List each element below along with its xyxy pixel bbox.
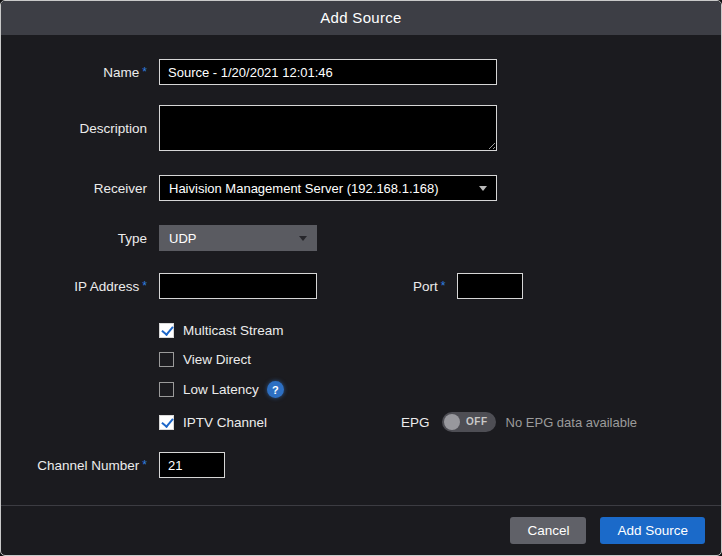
receiver-row: Receiver Haivision Management Server (19…: [1, 175, 721, 201]
channel-number-label: Channel Number*: [1, 458, 159, 473]
iptv-channel-label: IPTV Channel: [183, 415, 267, 430]
port-label: Port*: [413, 279, 457, 294]
low-latency-label: Low Latency: [183, 382, 259, 397]
receiver-label: Receiver: [1, 181, 159, 196]
dialog-title: Add Source: [1, 1, 721, 35]
help-icon[interactable]: ?: [267, 381, 284, 398]
add-source-form: Name* Description Receiver Haivision Man…: [1, 35, 721, 505]
required-asterisk: *: [441, 279, 446, 293]
required-asterisk: *: [142, 458, 147, 472]
ip-port-row: IP Address* Port*: [1, 273, 721, 299]
description-label: Description: [1, 121, 159, 136]
name-label: Name*: [1, 65, 159, 80]
toggle-knob-icon: [444, 414, 460, 430]
epg-status-text: No EPG data available: [506, 415, 638, 430]
required-asterisk: *: [142, 279, 147, 293]
required-asterisk: *: [142, 65, 147, 79]
view-direct-row: View Direct: [1, 352, 721, 367]
port-input[interactable]: [457, 273, 523, 299]
iptv-channel-checkbox[interactable]: [159, 415, 174, 430]
multicast-stream-row: Multicast Stream: [1, 323, 721, 338]
multicast-stream-label: Multicast Stream: [183, 323, 284, 338]
cancel-button[interactable]: Cancel: [510, 517, 586, 544]
chevron-down-icon: [479, 186, 487, 191]
channel-number-row: Channel Number*: [1, 452, 721, 478]
name-input[interactable]: [159, 59, 497, 85]
receiver-select[interactable]: Haivision Management Server (192.168.1.1…: [159, 175, 497, 201]
view-direct-label: View Direct: [183, 352, 251, 367]
name-row: Name*: [1, 59, 721, 85]
iptv-channel-row: IPTV Channel EPG OFF No EPG data availab…: [1, 412, 721, 432]
low-latency-checkbox[interactable]: [159, 382, 174, 397]
dialog-footer: Cancel Add Source: [1, 505, 721, 555]
receiver-selected-value: Haivision Management Server (192.168.1.1…: [169, 181, 439, 196]
view-direct-checkbox[interactable]: [159, 352, 174, 367]
description-textarea[interactable]: [159, 105, 497, 151]
multicast-stream-checkbox[interactable]: [159, 323, 174, 338]
type-row: Type UDP: [1, 225, 721, 251]
ip-address-label: IP Address*: [1, 279, 159, 294]
epg-label: EPG: [401, 415, 430, 430]
epg-toggle[interactable]: OFF: [442, 412, 496, 432]
type-selected-value: UDP: [169, 231, 196, 246]
add-source-button[interactable]: Add Source: [600, 517, 705, 544]
type-label: Type: [1, 231, 159, 246]
add-source-dialog: Add Source Name* Description Receiver Ha…: [0, 0, 722, 556]
chevron-down-icon: [299, 236, 307, 241]
ip-address-input[interactable]: [159, 273, 317, 299]
low-latency-row: Low Latency ?: [1, 381, 721, 398]
type-select[interactable]: UDP: [159, 225, 317, 251]
channel-number-input[interactable]: [159, 452, 225, 478]
epg-toggle-state: OFF: [466, 412, 488, 432]
description-row: Description: [1, 105, 721, 151]
